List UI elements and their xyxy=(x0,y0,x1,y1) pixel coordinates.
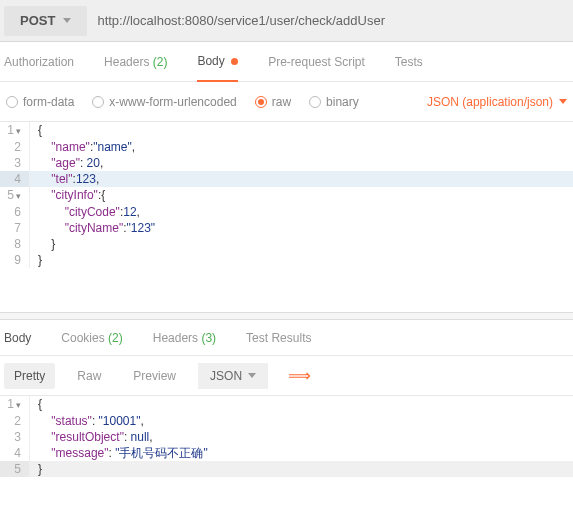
resp-tab-body[interactable]: Body xyxy=(4,331,31,345)
content-type-selector[interactable]: JSON (application/json) xyxy=(427,95,567,109)
code-brace: { xyxy=(38,397,42,411)
code-string: "123" xyxy=(127,221,156,235)
view-raw[interactable]: Raw xyxy=(67,363,111,389)
tab-headers[interactable]: Headers (2) xyxy=(104,43,167,81)
request-tabs: Authorization Headers (2) Body Pre-reque… xyxy=(0,42,573,82)
code-brace: } xyxy=(30,252,573,268)
response-body-viewer[interactable]: 1▾{ 2 "status": "10001", 3 "resultObject… xyxy=(0,396,573,477)
code-brace: } xyxy=(38,462,42,476)
http-method-label: POST xyxy=(20,13,55,28)
code-brace: } xyxy=(30,236,573,252)
resp-tab-cookies[interactable]: Cookies (2) xyxy=(61,331,122,345)
chevron-down-icon xyxy=(63,18,71,23)
resp-headers-count: (3) xyxy=(201,331,216,345)
radio-binary[interactable]: binary xyxy=(309,95,359,109)
chevron-down-icon xyxy=(248,373,256,378)
request-bar: POST xyxy=(0,0,573,42)
code-key: "status" xyxy=(51,414,92,428)
body-type-options: form-data x-www-form-urlencoded raw bina… xyxy=(0,82,573,122)
radio-label: x-www-form-urlencoded xyxy=(109,95,236,109)
radio-form-data[interactable]: form-data xyxy=(6,95,74,109)
chevron-down-icon xyxy=(559,99,567,104)
view-pretty[interactable]: Pretty xyxy=(4,363,55,389)
headers-count: (2) xyxy=(153,55,168,69)
code-key: "cityCode" xyxy=(65,205,120,219)
radio-label: binary xyxy=(326,95,359,109)
view-preview[interactable]: Preview xyxy=(123,363,186,389)
code-null: null xyxy=(131,430,150,444)
response-view-options: Pretty Raw Preview JSON ⟹ xyxy=(0,356,573,396)
radio-icon xyxy=(92,96,104,108)
code-number: 20 xyxy=(87,156,100,170)
code-string: "10001" xyxy=(99,414,141,428)
code-key: "age" xyxy=(51,156,80,170)
radio-raw[interactable]: raw xyxy=(255,95,291,109)
code-number: 123 xyxy=(76,172,96,186)
radio-label: form-data xyxy=(23,95,74,109)
http-method-selector[interactable]: POST xyxy=(4,6,87,36)
resp-tab-testresults[interactable]: Test Results xyxy=(246,331,311,345)
code-string: "手机号码不正确" xyxy=(115,446,208,460)
url-input[interactable] xyxy=(97,6,569,36)
resp-tab-label: Cookies xyxy=(61,331,104,345)
resp-tab-headers[interactable]: Headers (3) xyxy=(153,331,216,345)
radio-urlencoded[interactable]: x-www-form-urlencoded xyxy=(92,95,236,109)
content-type-label: JSON (application/json) xyxy=(427,95,553,109)
wrap-lines-icon[interactable]: ⟹ xyxy=(280,362,319,389)
unsaved-dot-icon xyxy=(231,58,238,65)
cookies-count: (2) xyxy=(108,331,123,345)
tab-authorization[interactable]: Authorization xyxy=(4,43,74,81)
request-body-editor[interactable]: 1▾{ 2 "name":"name", 3 "age": 20, 4 "tel… xyxy=(0,122,573,312)
code-key: "tel" xyxy=(51,172,72,186)
code-brace: { xyxy=(38,123,42,137)
radio-label: raw xyxy=(272,95,291,109)
tab-headers-label: Headers xyxy=(104,55,149,69)
code-key: "name" xyxy=(51,140,90,154)
radio-icon xyxy=(6,96,18,108)
tab-tests[interactable]: Tests xyxy=(395,43,423,81)
code-number: 12 xyxy=(123,205,136,219)
response-tabs: Body Cookies (2) Headers (3) Test Result… xyxy=(0,320,573,356)
tab-body[interactable]: Body xyxy=(197,42,238,82)
response-format-selector[interactable]: JSON xyxy=(198,363,268,389)
format-label: JSON xyxy=(210,369,242,383)
radio-icon xyxy=(255,96,267,108)
pane-divider[interactable] xyxy=(0,312,573,320)
tab-prerequest[interactable]: Pre-request Script xyxy=(268,43,365,81)
resp-tab-label: Headers xyxy=(153,331,198,345)
radio-icon xyxy=(309,96,321,108)
code-key: "cityName" xyxy=(65,221,124,235)
code-key: "cityInfo" xyxy=(51,188,98,202)
code-string: "name" xyxy=(93,140,132,154)
code-key: "resultObject" xyxy=(51,430,124,444)
tab-body-label: Body xyxy=(197,54,224,68)
code-key: "message" xyxy=(51,446,108,460)
